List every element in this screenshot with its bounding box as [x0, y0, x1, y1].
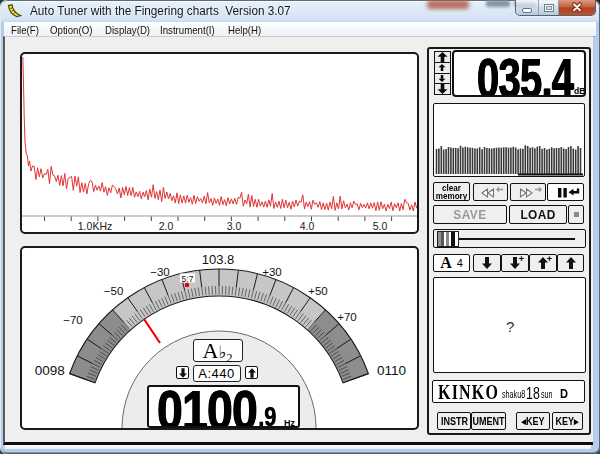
svg-text:5:7: 5:7: [182, 274, 194, 284]
svg-text:103.8: 103.8: [202, 252, 235, 267]
svg-text:0110: 0110: [377, 363, 406, 378]
svg-text:+50: +50: [308, 285, 328, 297]
svg-text:1.0KHz: 1.0KHz: [78, 220, 112, 232]
svg-text:2.0: 2.0: [159, 220, 174, 232]
svg-text:3.0: 3.0: [227, 220, 242, 232]
svg-text:5.0: 5.0: [373, 220, 388, 232]
svg-text:+70: +70: [337, 311, 357, 323]
svg-text:−70: −70: [63, 314, 83, 326]
svg-text:+30: +30: [262, 266, 282, 278]
svg-text:−50: −50: [104, 285, 124, 297]
svg-text:−30: −30: [150, 266, 170, 278]
svg-text:4.0: 4.0: [300, 220, 315, 232]
svg-text:0098: 0098: [35, 363, 65, 378]
